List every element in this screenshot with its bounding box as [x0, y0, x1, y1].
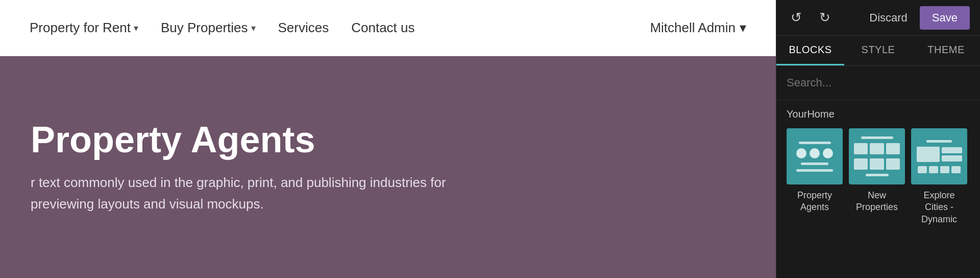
hero-subtitle: r text commonly used in the graphic, pri… — [31, 172, 490, 215]
block-thumbnail-property-agents — [787, 128, 843, 184]
undo-button[interactable]: ↺ — [787, 8, 806, 28]
sidebar-tabs: BLOCKS STYLE THEME — [776, 36, 980, 66]
block-label-new-properties: New Properties — [849, 190, 905, 214]
block-thumbnail-new-properties — [849, 128, 905, 184]
nav-item-rent[interactable]: Property for Rent ▾ — [20, 16, 148, 40]
blocks-grid: Property Agents — [787, 128, 970, 225]
sidebar-header: ↺ ↻ Discard Save — [776, 0, 980, 36]
tab-blocks[interactable]: BLOCKS — [776, 36, 844, 65]
search-input[interactable] — [787, 74, 970, 91]
block-thumbnail-explore-cities — [911, 128, 967, 184]
nav-label-rent: Property for Rent — [30, 20, 131, 36]
save-button[interactable]: Save — [920, 6, 970, 30]
block-new-properties[interactable]: New Properties — [849, 128, 905, 225]
main-area: Property for Rent ▾ Buy Properties ▾ Ser… — [0, 0, 776, 278]
section-label: YourHome — [787, 108, 970, 120]
nav-item-buy[interactable]: Buy Properties ▾ — [152, 16, 265, 40]
chevron-down-icon: ▾ — [134, 22, 138, 34]
nav-label-buy: Buy Properties — [161, 20, 248, 36]
blocks-section: YourHome — [776, 100, 980, 278]
hero-section: Property Agents r text commonly used in … — [0, 56, 776, 278]
nav-item-contact[interactable]: Contact us — [342, 16, 424, 40]
hero-title: Property Agents — [31, 120, 745, 160]
redo-button[interactable]: ↻ — [815, 8, 835, 28]
chevron-down-icon: ▾ — [740, 20, 746, 36]
block-label-property-agents: Property Agents — [787, 190, 843, 214]
chevron-down-icon: ▾ — [251, 22, 256, 34]
sidebar-actions-right: Discard Save — [862, 6, 970, 30]
nav-item-services[interactable]: Services — [269, 16, 338, 40]
discard-button[interactable]: Discard — [862, 8, 915, 28]
tab-theme[interactable]: THEME — [912, 36, 980, 65]
admin-label: Mitchell Admin — [650, 20, 736, 36]
block-property-agents[interactable]: Property Agents — [787, 128, 843, 225]
nav-right: Mitchell Admin ▾ — [641, 16, 755, 40]
nav-left: Property for Rent ▾ Buy Properties ▾ Ser… — [20, 16, 641, 40]
block-explore-cities[interactable]: Explore Cities - Dynamic — [911, 128, 967, 225]
admin-menu[interactable]: Mitchell Admin ▾ — [641, 16, 755, 40]
sidebar-panel: ↺ ↻ Discard Save BLOCKS STYLE THEME Your… — [776, 0, 980, 278]
block-label-explore-cities: Explore Cities - Dynamic — [911, 190, 967, 225]
sidebar-search-container — [776, 66, 980, 100]
sidebar-actions-left: ↺ ↻ — [787, 8, 835, 28]
tab-style[interactable]: STYLE — [844, 36, 912, 65]
navbar: Property for Rent ▾ Buy Properties ▾ Ser… — [0, 0, 776, 56]
